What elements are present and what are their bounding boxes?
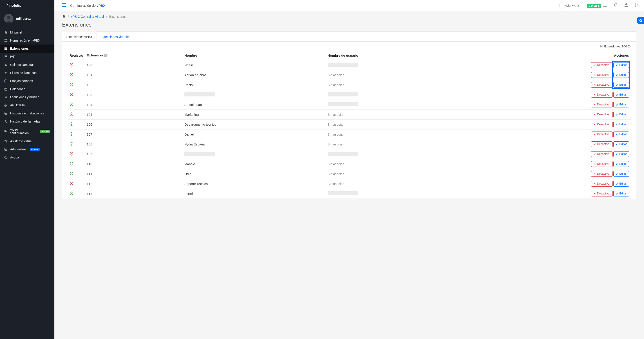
sidebar-item-calendario[interactable]: Calendario [0,85,54,93]
deactivate-button[interactable]: Desactivar [591,122,612,127]
logout-icon[interactable] [634,2,640,9]
svg-rect-25 [62,6,66,7]
edit-button[interactable]: Editar [614,92,629,98]
sidebar-item-label: Numeración en vPBX [10,39,40,42]
svg-text:netelip: netelip [10,3,22,8]
sidebar-item-label: Asistente virtual [10,140,32,143]
deactivate-button[interactable]: Desactivar [591,171,612,177]
volume-icon [4,95,8,99]
sidebar-item-api-dtmf[interactable]: API DTMF [0,101,54,109]
edit-button[interactable]: Editar [614,72,629,78]
svg-rect-19 [4,130,6,132]
deactivate-button[interactable]: Desactivar [591,62,612,68]
breadcrumb-vpbx-link[interactable]: vPBX: Centralita Virtual [71,15,104,18]
deactivate-button[interactable]: Desactivar [591,132,612,137]
sidebar: netelip mili.perez Mi panelNumeración en… [0,0,54,208]
edit-button[interactable]: Editar [614,102,629,108]
deactivate-button[interactable]: Desactivar [591,191,612,196]
topbar-title: Configuración de vPBX [70,4,106,8]
edit-button[interactable]: Editar [614,161,629,167]
breadcrumb: / vPBX: Centralita Virtual / Extensiones [62,11,636,22]
edit-button[interactable]: Editar [614,191,629,196]
sidebar-item-ivr[interactable]: IVR [0,52,54,61]
deactivate-button[interactable]: Desactivar [591,151,612,157]
deactivate-button[interactable]: Desactivar [591,161,612,167]
calendar-icon [4,87,8,91]
status-ok-icon [70,132,74,136]
sidebar-item-video-configuraci-n[interactable]: Video configuraciónNUEVO [0,126,54,137]
svg-rect-9 [5,48,7,48]
svg-point-14 [5,64,6,65]
sidebar-item-label: IVR [10,55,15,58]
tab-extensiones-vpbx[interactable]: Extensiones vPBX [62,32,96,41]
sidebar-item-label: Franjas horarias [10,79,33,83]
edit-button[interactable]: Editar [614,132,629,137]
cell-extension: 109 [85,149,182,159]
svg-rect-5 [6,39,7,40]
sidebar-item-label: Historial de grabaciones [10,112,44,115]
status-fail-icon [70,72,74,77]
iniciar-visita-button[interactable]: Iniciar visita [559,2,583,9]
svg-rect-13 [5,49,7,50]
tab-extensiones-virtuales[interactable]: Extensiones virtuales [96,32,134,41]
table-row: 103DesactivarEditar [68,90,631,100]
edit-button[interactable]: Editar [614,181,629,186]
sidebar-item-label: Video configuración [10,128,36,135]
device-icon [603,4,607,8]
sidebar-item-extensiones[interactable]: Extensiones [0,44,54,52]
sidebar-item-ayuda[interactable]: Ayuda [0,153,54,162]
edit-button[interactable]: Editar [614,82,629,88]
deactivate-button[interactable]: Desactivar [591,102,612,108]
sidebar-item-mi-panel[interactable]: Mi panel [0,28,54,36]
user-icon[interactable] [623,2,630,9]
redacted-placeholder [328,102,358,106]
svg-point-33 [70,103,73,106]
svg-rect-10 [4,48,5,49]
cell-actions: DesactivarEditar [464,189,631,199]
deactivate-button[interactable]: Desactivar [591,82,612,88]
deactivate-button[interactable]: Desactivar [591,92,612,98]
sidebar-item-filtros-de-llamadas[interactable]: Filtros de llamadas [0,69,54,77]
sidebar-item-cola-de-llamadas[interactable]: Cola de llamadas [0,61,54,69]
help-icon[interactable]: ? [104,54,108,57]
sidebar-item-asistente-virtual[interactable]: Asistente virtual [0,137,54,145]
edit-button[interactable]: Editar [614,171,629,177]
edit-button[interactable]: Editar [614,142,629,147]
deactivate-button[interactable]: Desactivar [591,142,612,147]
cell-usuario [326,149,464,159]
cell-actions: DesactivarEditar [464,149,631,159]
sidebar-item-franjas-horarias[interactable]: Franjas horarias [0,77,54,85]
sidebar-item-locuciones-y-m-sica[interactable]: Locuciones y música [0,93,54,101]
status-ok-icon [70,122,74,126]
svg-rect-27 [604,6,606,6]
brand-logo[interactable]: netelip [0,0,54,11]
cell-actions: DesactivarEditar [464,60,631,70]
deactivate-button[interactable]: Desactivar [591,72,612,78]
sidebar-item-historial-de-grabaciones[interactable]: Historial de grabaciones [0,109,54,117]
deactivate-button[interactable]: Desactivar [591,181,612,186]
edit-button[interactable]: Editar [614,122,629,127]
sidebar-user[interactable]: mili.perez [0,11,54,28]
cell-extension: 100 [85,60,182,70]
cell-usuario: Sin asociar [326,130,464,140]
cell-usuario [326,189,464,199]
sidebar-item-numeraci-n-en-vpbx[interactable]: Numeración en vPBX [0,36,54,44]
redacted-placeholder [328,152,358,156]
breadcrumb-home-icon[interactable] [62,14,66,18]
settings-float-icon[interactable] [637,17,644,24]
sidebar-item-administrar[interactable]: AdministrarADMIN [0,145,54,153]
cell-nombre: Daniel [182,130,326,140]
menu-toggle-icon[interactable] [62,3,66,8]
bell-icon[interactable] [612,2,619,9]
cell-nombre: Rocio [182,80,326,90]
balance-badge[interactable]: 744,21 € [587,4,607,8]
cell-nombre [182,149,326,159]
edit-button[interactable]: Editar [614,151,629,157]
sidebar-item-hist-rico-de-llamadas[interactable]: Histórico de llamadas [0,117,54,126]
edit-button[interactable]: Editar [614,112,629,117]
sidebar-nav: Mi panelNumeración en vPBXExtensionesIVR… [0,28,54,162]
svg-point-3 [7,16,10,19]
svg-point-42 [70,192,73,195]
deactivate-button[interactable]: Desactivar [591,112,612,117]
edit-button[interactable]: Editar [614,62,629,68]
